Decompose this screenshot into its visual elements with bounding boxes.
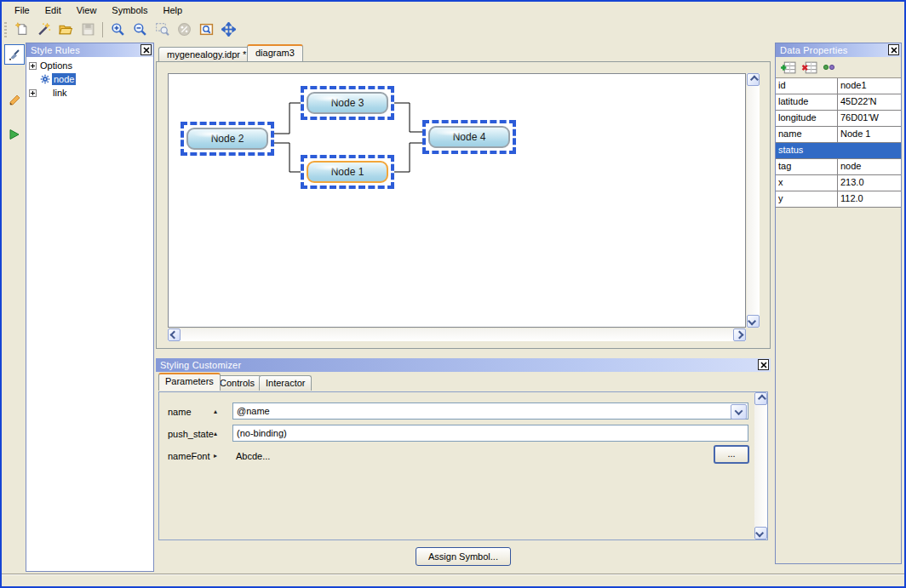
open-icon[interactable]	[54, 19, 77, 41]
tab-diagram3[interactable]: diagram3	[247, 44, 303, 61]
diagram-canvas[interactable]: Node 2 Node 3 Node 1 Node 4	[168, 73, 746, 328]
property-value[interactable]: node	[838, 159, 901, 174]
table-row-selected[interactable]: status	[776, 143, 901, 159]
menu-file[interactable]: File	[7, 3, 37, 17]
property-key[interactable]: latitude	[776, 94, 838, 110]
property-key[interactable]: x	[776, 175, 838, 191]
customizer-content: name ▴ @name push_state ▴ nameFont ▸ Abc…	[158, 391, 768, 540]
table-row[interactable]: latitude 45D22'N	[776, 94, 901, 111]
menu-edit[interactable]: Edit	[37, 3, 69, 17]
pan-icon[interactable]	[217, 19, 239, 41]
zoom-selection-icon[interactable]	[151, 19, 173, 41]
property-key[interactable]: name	[776, 127, 838, 142]
tab-label: Interactor	[266, 378, 305, 388]
property-key[interactable]: longitude	[776, 111, 838, 126]
tree-item-link[interactable]: link	[29, 87, 69, 99]
toolbar-grip[interactable]	[4, 22, 7, 37]
scroll-left-icon[interactable]	[168, 328, 181, 341]
zoom-in-icon[interactable]	[106, 19, 129, 41]
run-icon[interactable]	[4, 124, 25, 145]
tree-item-label: link	[51, 87, 69, 99]
tab-label: Parameters	[165, 376, 214, 386]
field-label-namefont: nameFont	[168, 451, 210, 461]
table-row[interactable]: name Node 1	[776, 127, 901, 143]
table-row[interactable]: id node1	[776, 78, 901, 94]
table-row[interactable]: tag node	[776, 159, 901, 175]
close-icon[interactable]	[888, 44, 899, 55]
diagram-links	[169, 74, 745, 327]
node-label: Node 1	[331, 166, 364, 178]
push-state-input[interactable]	[232, 425, 748, 442]
diagram-node-node4[interactable]: Node 4	[422, 120, 516, 154]
diagram-node-node1[interactable]: Node 1	[301, 155, 394, 189]
tab-parameters[interactable]: Parameters	[158, 373, 221, 391]
tree-item-node[interactable]: node	[40, 73, 76, 85]
close-icon[interactable]	[140, 44, 152, 55]
property-key[interactable]: tag	[776, 159, 838, 174]
name-combobox[interactable]: @name	[232, 402, 748, 420]
zoom-out-icon[interactable]	[129, 19, 151, 41]
node-label: Node 4	[453, 131, 486, 143]
font-picker-button[interactable]: ...	[714, 445, 749, 464]
v-scrollbar[interactable]	[747, 73, 760, 328]
diagram-panel: Node 2 Node 3 Node 1 Node 4	[156, 61, 771, 349]
style-brush-icon[interactable]	[4, 44, 25, 65]
scroll-up-icon[interactable]	[747, 73, 760, 86]
property-value[interactable]: 112.0	[838, 191, 901, 207]
property-value[interactable]	[838, 143, 901, 158]
menu-help[interactable]: Help	[156, 3, 191, 17]
property-key[interactable]: id	[776, 78, 838, 94]
data-properties-panel: Data Properties id node1 latitude 45D22'…	[775, 43, 902, 564]
status-bar	[2, 574, 904, 585]
new-document-icon[interactable]	[10, 19, 32, 41]
styling-customizer-titlebar: Styling Customizer	[156, 358, 771, 372]
property-value[interactable]: 45D22'N	[838, 94, 901, 110]
font-preview: Abcde...	[236, 451, 270, 461]
style-rules-panel: Style Rules Options node link	[26, 43, 154, 572]
property-value[interactable]: 213.0	[838, 175, 901, 191]
style-rules-titlebar: Style Rules	[26, 43, 153, 57]
diagram-node-node2[interactable]: Node 2	[181, 122, 274, 156]
tab-label: Controls	[220, 378, 255, 388]
table-row[interactable]: longitude 76D01'W	[776, 111, 901, 127]
close-icon[interactable]	[758, 359, 769, 370]
diagram-node-node3[interactable]: Node 3	[301, 86, 394, 120]
node-label: Node 2	[211, 133, 244, 145]
tree-item-options[interactable]: Options	[29, 60, 74, 71]
property-key[interactable]: y	[776, 191, 838, 207]
toolbar-separator	[102, 22, 103, 37]
scroll-down-icon[interactable]	[754, 527, 767, 539]
table-row[interactable]: x 213.0	[776, 175, 901, 191]
customizer-scrollbar[interactable]	[754, 392, 767, 539]
property-value[interactable]: node1	[838, 78, 901, 94]
scroll-up-icon[interactable]	[754, 392, 767, 405]
tab-mygenealogy[interactable]: mygenealogy.idpr *	[158, 47, 255, 62]
delete-property-icon[interactable]	[801, 61, 817, 74]
scroll-down-icon[interactable]	[747, 315, 760, 328]
add-property-icon[interactable]	[780, 61, 796, 74]
property-key[interactable]: status	[776, 143, 838, 158]
dots-icon[interactable]	[823, 64, 836, 71]
overview-icon[interactable]	[195, 19, 217, 41]
side-toolbar	[2, 40, 26, 574]
expand-plus-icon[interactable]	[29, 62, 37, 70]
field-label-name: name	[168, 407, 192, 417]
property-value[interactable]: Node 1	[838, 127, 901, 142]
button-label: ...	[727, 448, 735, 459]
data-properties-table: id node1 latitude 45D22'N longitude 76D0…	[776, 77, 901, 208]
table-row[interactable]: y 112.0	[776, 191, 901, 208]
expand-plus-icon[interactable]	[29, 89, 37, 97]
chevron-down-icon[interactable]	[731, 404, 747, 420]
property-value[interactable]: 76D01'W	[838, 111, 901, 126]
tab-interactor[interactable]: Interactor	[259, 375, 312, 391]
menu-view[interactable]: View	[69, 3, 105, 17]
styling-customizer-panel: Styling Customizer Parameters Controls I…	[156, 358, 771, 542]
node-label: Node 3	[331, 97, 364, 109]
h-scrollbar[interactable]	[168, 328, 746, 341]
wizard-icon[interactable]	[32, 19, 54, 41]
assign-symbol-button[interactable]: Assign Symbol...	[416, 547, 511, 566]
scroll-right-icon[interactable]	[733, 328, 746, 341]
menu-symbols[interactable]: Symbols	[104, 3, 155, 17]
binding-marker-icon: ▸	[214, 452, 217, 460]
pencil-icon[interactable]	[4, 90, 25, 111]
